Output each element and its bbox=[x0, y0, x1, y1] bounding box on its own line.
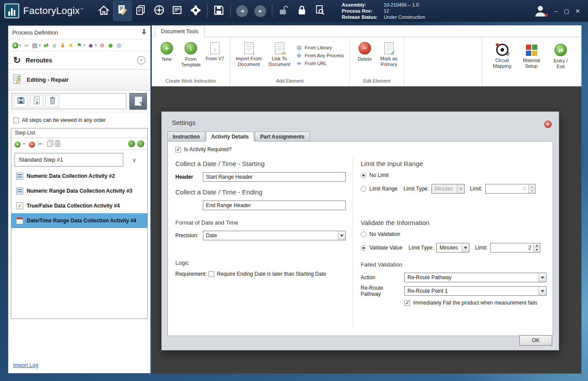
back-button[interactable]: ◄ bbox=[233, 1, 251, 21]
paste-button[interactable] bbox=[55, 141, 60, 147]
home-button[interactable] bbox=[95, 1, 113, 21]
favorite-button[interactable]: ★ bbox=[67, 42, 75, 49]
flag-dropdown[interactable]: ▾ bbox=[84, 43, 85, 47]
step-selector-chevron[interactable]: ∨ bbox=[124, 156, 144, 163]
pause-button[interactable]: ◎ bbox=[115, 42, 122, 49]
stop-button[interactable]: ⊘ bbox=[98, 42, 106, 49]
flag-button[interactable]: ⚑ bbox=[76, 42, 83, 49]
limit-spin-up[interactable] bbox=[529, 184, 535, 189]
immediately-fail-checkbox[interactable]: ✓ bbox=[404, 300, 410, 306]
add-button[interactable]: + bbox=[11, 42, 19, 49]
save-step-button[interactable] bbox=[14, 95, 28, 107]
from-template-button[interactable]: ↓ From Template bbox=[179, 41, 203, 69]
edit-mode-toggle[interactable]: ✎ bbox=[129, 93, 147, 110]
reroutes-expand-button[interactable]: ∨ bbox=[137, 56, 146, 65]
entry-exit-button[interactable]: ⇄ Entry / Exit bbox=[549, 42, 573, 71]
palette-button[interactable]: ◆ bbox=[87, 42, 94, 49]
circuit-mapping-button[interactable]: ⊛ Circuit Mapping bbox=[490, 42, 514, 70]
delete-element-button[interactable]: − Delete bbox=[353, 41, 377, 63]
limit-spinner[interactable]: 0 bbox=[485, 184, 536, 194]
limit-spin-down[interactable] bbox=[529, 189, 535, 194]
forward-button[interactable]: ► bbox=[251, 1, 270, 21]
any-order-checkbox[interactable] bbox=[13, 118, 19, 123]
requirement-checkbox[interactable] bbox=[209, 271, 214, 277]
validate-value-radio[interactable] bbox=[361, 245, 366, 251]
move-up-button[interactable]: ↑ bbox=[128, 140, 135, 147]
copy-button[interactable] bbox=[47, 141, 52, 147]
logout-user-button[interactable]: ✕ bbox=[534, 4, 547, 17]
no-validation-radio[interactable] bbox=[361, 232, 366, 237]
dialog-close-button[interactable]: ✕ bbox=[544, 121, 552, 128]
material-setup-button[interactable]: Material Setup bbox=[519, 42, 543, 70]
remove-step-button[interactable]: − bbox=[29, 140, 35, 148]
no-limit-radio[interactable] bbox=[361, 173, 366, 178]
from-url-button[interactable]: ∞ From URL bbox=[296, 60, 344, 66]
user-tool-button[interactable]: ♟ bbox=[59, 42, 66, 49]
validate-limit-spinner[interactable]: 2 bbox=[490, 243, 540, 253]
link-to-document-button[interactable]: ∞ Link To Document bbox=[264, 41, 295, 69]
list-item-activity-4-datetime[interactable]: Date/Time Range Data Collection Activity… bbox=[11, 213, 147, 228]
tab-activity-details[interactable]: Activity Details bbox=[206, 132, 254, 142]
minimize-button[interactable]: – bbox=[555, 8, 558, 14]
pin-button[interactable] bbox=[142, 29, 146, 36]
precision-dropdown-arrow[interactable] bbox=[338, 231, 345, 240]
end-header-input[interactable] bbox=[203, 201, 346, 210]
link-button[interactable]: ∞ bbox=[23, 42, 30, 49]
cut-button[interactable]: ✂ bbox=[38, 141, 43, 147]
move-down-button[interactable]: ↓ bbox=[137, 140, 144, 147]
print-button[interactable]: ▤ bbox=[31, 42, 38, 49]
action-dropdown-arrow[interactable] bbox=[539, 273, 546, 282]
unlock-button[interactable] bbox=[275, 1, 293, 21]
forms-button[interactable] bbox=[132, 1, 150, 21]
add-step-button[interactable]: + bbox=[14, 140, 21, 148]
ok-button[interactable]: OK bbox=[519, 335, 552, 346]
new-button[interactable]: + New bbox=[155, 41, 179, 63]
close-button[interactable]: ✕ bbox=[575, 8, 580, 14]
list-item-activity-3[interactable]: Numeric Range Data Collection Activity #… bbox=[11, 184, 147, 198]
limit-type-dropdown-arrow[interactable] bbox=[457, 184, 464, 193]
transfer-button[interactable]: ⇄ bbox=[42, 42, 50, 49]
import-from-document-button[interactable]: ↓ Import From Document bbox=[233, 41, 264, 69]
mark-as-primary-button[interactable]: ✓ Mark as Primary bbox=[377, 41, 401, 69]
tab-part-assignments[interactable]: Part Assignments bbox=[255, 132, 310, 142]
start-header-input[interactable] bbox=[203, 172, 346, 182]
reroute-dropdown-arrow[interactable] bbox=[539, 287, 546, 295]
activity-required-checkbox[interactable]: ✓ bbox=[175, 147, 181, 152]
add-step-dropdown[interactable]: ▾ bbox=[23, 142, 25, 146]
action-value: Re-Route Pathway bbox=[405, 273, 539, 282]
save-button[interactable] bbox=[210, 1, 228, 21]
reroute-pathway-dropdown[interactable]: Re-Route Point 1 bbox=[404, 286, 546, 296]
settings-button[interactable] bbox=[187, 1, 205, 21]
add-dropdown[interactable]: ▾ bbox=[19, 43, 21, 47]
validate-limit-type-dropdown-arrow[interactable] bbox=[462, 243, 469, 252]
maximize-button[interactable]: ▢ bbox=[564, 8, 569, 14]
validate-spin-down[interactable] bbox=[534, 248, 540, 253]
reroutes-section[interactable]: ↻ Reroutes ∨ bbox=[8, 51, 150, 69]
process-editor-button[interactable] bbox=[113, 1, 132, 21]
from-v7-button[interactable]: ↓ From V7 bbox=[203, 41, 227, 63]
navigator-button[interactable] bbox=[150, 1, 168, 21]
import-log-link[interactable]: Import Log bbox=[13, 362, 38, 368]
import-step-button[interactable] bbox=[30, 95, 43, 107]
print-dropdown[interactable]: ▾ bbox=[39, 43, 41, 47]
audio-button[interactable]: φ bbox=[51, 42, 58, 49]
step-selector[interactable]: Standard Step #1 bbox=[14, 153, 123, 166]
palette-dropdown[interactable]: ▾ bbox=[95, 43, 97, 47]
delete-step-button[interactable] bbox=[45, 95, 59, 107]
limit-range-radio[interactable] bbox=[361, 186, 366, 192]
validate-spin-up[interactable] bbox=[534, 243, 540, 248]
from-library-button[interactable]: ◍ From Library bbox=[296, 45, 344, 50]
record-button[interactable]: ◉ bbox=[107, 42, 114, 49]
list-item-activity-2[interactable]: Numeric Data Collection Activity #2 bbox=[11, 169, 147, 184]
tab-document-tools[interactable]: Document Tools bbox=[155, 26, 205, 37]
limit-type-dropdown[interactable]: Minutes bbox=[431, 184, 465, 194]
lock-button[interactable] bbox=[293, 1, 311, 21]
validate-limit-type-dropdown[interactable]: Minutes bbox=[436, 243, 470, 253]
reports-button[interactable] bbox=[168, 1, 187, 21]
from-any-process-button[interactable]: ⊛ From Any Process bbox=[296, 52, 344, 58]
precision-dropdown[interactable]: Date bbox=[203, 231, 346, 240]
tab-instruction[interactable]: Instruction bbox=[167, 132, 205, 142]
find-document-button[interactable] bbox=[311, 1, 330, 21]
action-dropdown[interactable]: Re-Route Pathway bbox=[404, 273, 546, 282]
list-item-activity-4-truefalse[interactable]: ✓ True/False Data Collection Activity #4 bbox=[11, 198, 147, 213]
